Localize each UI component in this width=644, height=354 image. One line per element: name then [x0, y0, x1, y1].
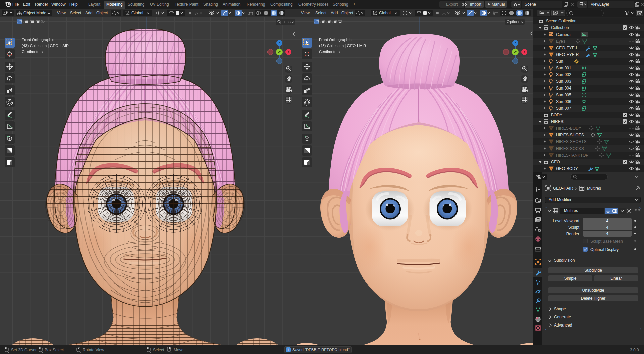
svg-text:-Y: -Y — [278, 50, 281, 54]
svg-text:Z: Z — [278, 41, 280, 45]
svg-text:X: X — [287, 50, 290, 54]
